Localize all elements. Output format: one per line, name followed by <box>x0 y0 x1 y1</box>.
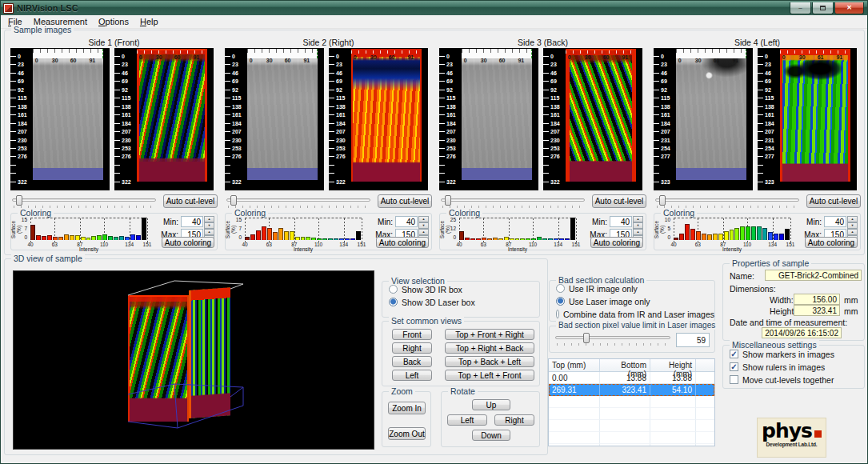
laser-heatmap-image[interactable] <box>780 49 850 182</box>
spinner-up-icon[interactable]: ▲ <box>847 216 858 222</box>
spinner-up-icon[interactable]: ▲ <box>418 216 429 222</box>
slider-thumb[interactable] <box>230 195 237 206</box>
min-value[interactable]: 40 <box>824 216 846 227</box>
slider-thumb[interactable] <box>445 195 451 206</box>
maximize-button[interactable] <box>812 2 834 14</box>
auto-cut-level-button[interactable]: Auto cut-level <box>592 194 646 208</box>
view-right-button[interactable]: Right <box>392 342 432 354</box>
rotate-right-button[interactable]: Right <box>494 414 534 426</box>
bad-section-limit-slider[interactable] <box>554 332 672 346</box>
misc-checkbox-checked[interactable]: ✓ <box>730 362 738 371</box>
hist-gridline <box>576 218 577 242</box>
rotate-down-button[interactable]: Down <box>472 430 510 441</box>
ir-image[interactable] <box>33 58 103 180</box>
laser-heatmap-image[interactable] <box>351 49 422 182</box>
3d-viewport[interactable] <box>13 270 374 450</box>
table-header-cell[interactable]: Top (mm) <box>549 359 600 371</box>
spinner-down-icon[interactable]: ▼ <box>847 222 858 229</box>
spinner-up-icon[interactable]: ▲ <box>633 229 643 235</box>
menu-item-help[interactable]: Help <box>134 16 164 27</box>
table-row[interactable]: 0.0013.8813.88 <box>549 372 714 384</box>
laser-heatmap-image[interactable] <box>137 49 207 182</box>
auto-cut-level-button[interactable]: Auto cut-level <box>806 194 861 208</box>
zoom-out-button[interactable]: Zoom Out <box>388 427 426 440</box>
table-row-selected[interactable]: 269.31323.4154.10 <box>549 384 714 396</box>
bad-section-option[interactable]: Combine data from IR and Laser images <box>556 309 714 319</box>
view-back-button[interactable]: Back <box>392 356 432 367</box>
slider-thumb[interactable] <box>659 195 666 206</box>
table-cell-stub <box>696 396 714 408</box>
view-selection-option[interactable]: Show 3D Laser box <box>389 297 539 307</box>
spinner-down-icon[interactable]: ▼ <box>418 222 429 229</box>
hist-bar <box>757 226 762 240</box>
view-left-button[interactable]: Left <box>392 370 432 381</box>
horizontal-ruler-value: 0 <box>678 58 682 64</box>
min-value[interactable]: 40 <box>610 216 632 227</box>
cut-level-row: Auto cut-level <box>225 194 432 208</box>
ruler-tick-value: 0 <box>336 54 339 58</box>
menu-item-options[interactable]: Options <box>93 16 134 27</box>
ir-image[interactable] <box>247 58 318 180</box>
view-combo-button-4[interactable]: Top + Left + Front <box>445 370 534 381</box>
min-spinner[interactable]: ▲▼ <box>204 216 214 227</box>
misc-checkbox[interactable] <box>730 375 738 384</box>
auto-coloring-button[interactable]: Auto coloring <box>376 237 429 248</box>
ruler-tick-value: 92 <box>232 88 238 92</box>
auto-cut-level-button[interactable]: Auto cut-level <box>163 194 218 208</box>
misc-option[interactable]: ✓Show rulers in images <box>730 362 864 372</box>
auto-coloring-button[interactable]: Auto coloring <box>162 237 214 248</box>
view-selection-radio[interactable] <box>389 285 398 294</box>
auto-coloring-button[interactable]: Auto coloring <box>805 237 858 248</box>
bad-section-option[interactable]: Use Laser image only <box>556 296 714 306</box>
view-combo-button-1[interactable]: Top + Front + Right <box>445 329 534 340</box>
cut-level-slider[interactable] <box>439 194 586 208</box>
min-value[interactable]: 40 <box>395 216 418 227</box>
cut-level-slider[interactable] <box>225 194 372 208</box>
spinner-down-icon[interactable]: ▼ <box>633 222 643 229</box>
spinner-up-icon[interactable]: ▲ <box>204 216 214 222</box>
ruler-tick: 0 <box>654 54 676 58</box>
min-value[interactable]: 40 <box>181 216 203 227</box>
cut-level-slider[interactable] <box>10 194 158 208</box>
view-selection-radio-selected[interactable] <box>389 298 398 306</box>
spinner-up-icon[interactable]: ▲ <box>847 229 858 235</box>
min-spinner[interactable]: ▲▼ <box>847 216 858 227</box>
rotate-left-button[interactable]: Left <box>447 414 487 426</box>
minimize-button[interactable]: – <box>790 2 811 14</box>
rotate-up-button[interactable]: Up <box>472 399 510 410</box>
bad-section-radio-selected[interactable] <box>556 297 565 306</box>
ruler-tick-mark <box>654 140 659 141</box>
spinner-up-icon[interactable]: ▲ <box>204 229 214 235</box>
bad-section-radio[interactable] <box>556 310 559 318</box>
ruler-tick: 138 <box>329 105 351 109</box>
zoom-in-button[interactable]: Zoom In <box>388 402 426 414</box>
view-front-button[interactable]: Front <box>392 329 432 340</box>
auto-coloring-button[interactable]: Auto coloring <box>590 237 643 248</box>
bad-section-option[interactable]: Use IR image only <box>556 283 714 294</box>
spinner-down-icon[interactable]: ▼ <box>204 222 214 229</box>
table-header-cell[interactable]: Height (mm) <box>650 359 696 371</box>
ruler-tick-mark <box>114 165 120 166</box>
table-cell: 13.88 <box>650 372 696 384</box>
close-button[interactable]: ✕ <box>834 2 864 14</box>
bad-section-limit-value[interactable]: 59 <box>676 333 710 347</box>
view-combo-button-3[interactable]: Top + Back + Left <box>445 356 534 367</box>
misc-checkbox-checked[interactable]: ✓ <box>730 350 738 358</box>
min-spinner[interactable]: ▲▼ <box>633 216 643 227</box>
misc-option[interactable]: Move cut-levels together <box>730 374 864 385</box>
view-combo-button-2[interactable]: Top + Right + Back <box>445 342 534 354</box>
misc-option[interactable]: ✓Show markers in images <box>730 349 864 359</box>
slider-thumb[interactable] <box>16 195 22 206</box>
cut-level-slider[interactable] <box>654 194 801 208</box>
view-selection-option[interactable]: Show 3D IR box <box>389 284 539 294</box>
auto-cut-level-button[interactable]: Auto cut-level <box>378 194 432 208</box>
ruler-tick: 207 <box>225 130 247 134</box>
ir-image[interactable] <box>462 58 532 180</box>
bad-section-radio[interactable] <box>556 284 565 293</box>
table-header-cell[interactable]: Bottom (mm) <box>600 359 650 371</box>
min-spinner[interactable]: ▲▼ <box>418 216 429 227</box>
spinner-up-icon[interactable]: ▲ <box>633 216 643 222</box>
ir-image[interactable] <box>676 58 746 180</box>
spinner-up-icon[interactable]: ▲ <box>418 229 429 235</box>
laser-heatmap-image[interactable] <box>566 49 636 182</box>
